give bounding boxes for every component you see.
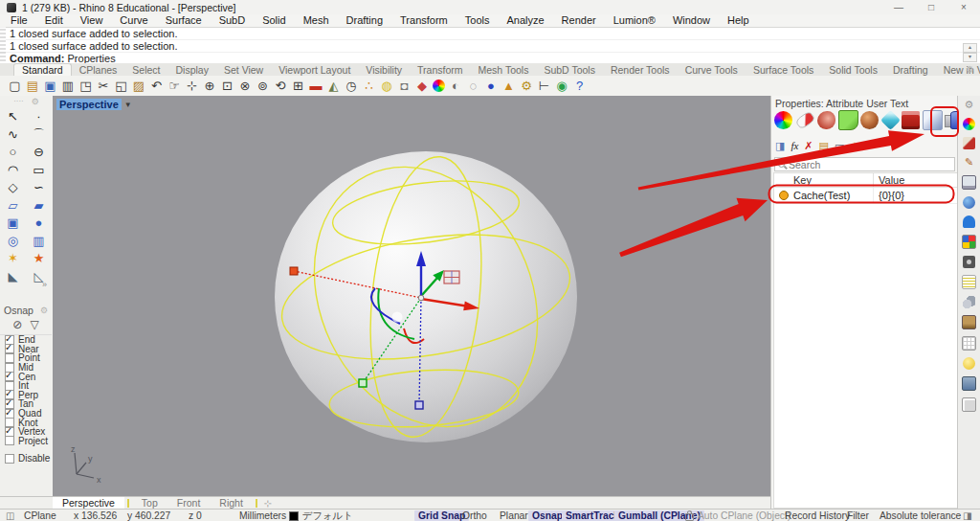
display-tab[interactable] <box>923 110 943 130</box>
menu-tools[interactable]: Tools <box>457 14 499 27</box>
toolbar-tab-standard[interactable]: Standard <box>13 63 72 76</box>
select-tool-icon[interactable]: ↖ <box>8 109 18 125</box>
osnap-disable-checkbox[interactable] <box>5 454 14 464</box>
dimension-tab[interactable] <box>902 111 920 129</box>
move-viewport-tabs-icon[interactable]: ⊹ <box>264 498 272 509</box>
osnap-near-checkbox[interactable] <box>5 344 14 353</box>
table-row[interactable]: Cache(Test){0}{0} <box>774 188 957 204</box>
toolbar-tab-visibility[interactable]: Visibility <box>358 64 410 76</box>
toolbar-gear-icon[interactable]: ⚙ <box>966 64 974 75</box>
toolbar-tab-display[interactable]: Display <box>168 64 216 76</box>
osnap-project-checkbox[interactable] <box>5 436 14 445</box>
menu-subd[interactable]: SubD <box>211 14 255 27</box>
viewport-tab-front[interactable]: Front <box>167 497 211 510</box>
toolbar-tab-set-view[interactable]: Set View <box>216 64 271 76</box>
dimension-icon[interactable]: ⊢ <box>537 78 551 94</box>
new-file-icon[interactable]: ▢ <box>8 78 22 94</box>
status-grid-snap[interactable]: Grid Snap <box>414 510 469 521</box>
libraries-panel-tab[interactable] <box>962 315 976 329</box>
shaded-sphere-icon[interactable]: ◐ <box>449 78 463 94</box>
status-z-0[interactable]: z 0 <box>189 510 202 521</box>
menu-view[interactable]: View <box>72 14 112 27</box>
help-icon[interactable]: ? <box>572 78 587 94</box>
menu-mesh[interactable]: Mesh <box>295 14 338 27</box>
close-button[interactable]: × <box>947 2 980 12</box>
settings-gears-icon[interactable]: ⚙ <box>520 78 534 94</box>
xray-sphere-icon[interactable]: ◌ <box>466 78 480 94</box>
environment-panel-tab[interactable] <box>963 296 975 308</box>
perspective-viewport[interactable]: Perspective ▼ <box>53 96 770 496</box>
shade-icon[interactable]: ◭ <box>326 78 341 94</box>
menu-render[interactable]: Render <box>553 14 605 27</box>
import-icon[interactable]: ▤ <box>819 139 829 152</box>
osnap-vertex-checkbox[interactable] <box>5 427 14 437</box>
lights-panel-tab[interactable] <box>963 357 975 370</box>
paste-icon[interactable]: ▨ <box>132 78 146 94</box>
fx-icon[interactable]: fx <box>791 139 798 152</box>
notifications-panel-tab[interactable] <box>963 215 975 228</box>
match-icon[interactable]: ◨ <box>775 139 785 152</box>
status-auto-cplane-object[interactable]: Auto CPlane (Object) <box>698 510 791 521</box>
command-area-grip[interactable] <box>0 27 6 63</box>
command-scroll-up-icon[interactable]: ▴ <box>963 43 977 53</box>
status-デフォルト[interactable]: デフォルト <box>289 510 353 521</box>
ellipse-tool-icon[interactable]: ⊖ <box>33 145 44 160</box>
menu-help[interactable]: Help <box>719 14 758 27</box>
interpolate-curve-tool-icon[interactable]: ⌒ <box>33 127 45 143</box>
viewport-label[interactable]: Perspective ▼ <box>56 99 132 110</box>
copy-icon[interactable]: ◱ <box>114 78 128 94</box>
rectangle-tool-icon[interactable]: ▭ <box>33 163 44 178</box>
texture-mapping-tab[interactable] <box>860 111 879 129</box>
rendering-panel-tab[interactable] <box>962 376 976 391</box>
toolbar-tab-surface-tools[interactable]: Surface Tools <box>746 64 821 76</box>
menu-solid[interactable]: Solid <box>254 14 294 27</box>
osnap-toggle-icon[interactable]: ⊘ <box>12 318 22 331</box>
fillet-edge-tool-icon[interactable]: ◣ <box>9 269 18 284</box>
layers-panel-tab[interactable] <box>963 137 975 149</box>
delete-icon[interactable]: ✗ <box>804 139 813 152</box>
menu-lumion[interactable]: Lumion® <box>605 14 664 27</box>
osnap-point-checkbox[interactable] <box>5 353 14 363</box>
sphere-object[interactable] <box>275 151 577 442</box>
annotate-panel-tab[interactable] <box>963 156 975 169</box>
save-file-icon[interactable]: ▣ <box>43 78 57 94</box>
geometry-tab[interactable] <box>880 110 901 130</box>
move-icon[interactable]: ⊹ <box>185 78 199 94</box>
toolbar-tab-transform[interactable]: Transform <box>410 64 470 76</box>
object-properties-tab[interactable] <box>774 111 792 129</box>
osnap-cen-checkbox[interactable] <box>5 372 14 381</box>
status-viewport-pane-icon[interactable]: ◫ <box>6 510 15 521</box>
viewport-canvas[interactable]: z y x <box>53 96 770 496</box>
zoom-window-icon[interactable]: ⊡ <box>220 78 234 94</box>
sphere-tool-icon[interactable]: ● <box>35 215 43 231</box>
boolean-union-tool-icon[interactable]: ✶ <box>8 251 18 266</box>
toolbar-tab-viewport-layout[interactable]: Viewport Layout <box>271 64 358 76</box>
status-cplane[interactable]: CPlane <box>24 510 56 521</box>
status-record-history[interactable]: Record History <box>785 510 850 521</box>
point-cloud-icon[interactable]: ∴ <box>362 78 376 94</box>
lighting-icon[interactable]: ◍ <box>380 78 394 94</box>
material-tab[interactable] <box>794 110 815 129</box>
named-views-panel-tab[interactable] <box>963 256 975 268</box>
export-icon[interactable]: ▭ <box>835 139 844 152</box>
status-absolute-tolerance[interactable]: Absolute tolerance <box>880 510 961 521</box>
polygon-tool-icon[interactable]: ◇ <box>9 180 18 195</box>
zoom-extents-icon[interactable]: ⊗ <box>238 78 253 94</box>
decals-tab[interactable] <box>817 111 835 129</box>
properties-panel-tab[interactable] <box>963 118 975 130</box>
status-filter[interactable]: Filter <box>847 510 869 521</box>
undo-icon[interactable]: ↶ <box>149 78 164 94</box>
menu-drafting[interactable]: Drafting <box>338 14 392 27</box>
viewport-tab-top[interactable]: Top <box>132 497 167 510</box>
osnap-quad-checkbox[interactable] <box>5 409 14 419</box>
viewport-title[interactable]: Perspective <box>56 99 122 110</box>
toolbar-tab-select[interactable]: Select <box>124 64 167 76</box>
print-icon[interactable]: ▥ <box>61 78 76 94</box>
status-cplane-lock-icon[interactable] <box>685 510 694 521</box>
status-x-136-526[interactable]: x 136.526 <box>74 510 117 521</box>
gumball-plane-handle[interactable] <box>444 271 459 283</box>
minimize-button[interactable]: — <box>882 2 915 12</box>
osnap-filter-icon[interactable]: ▽ <box>30 318 38 331</box>
menu-transform[interactable]: Transform <box>391 14 457 27</box>
command-list-panel-tab[interactable] <box>962 275 976 289</box>
